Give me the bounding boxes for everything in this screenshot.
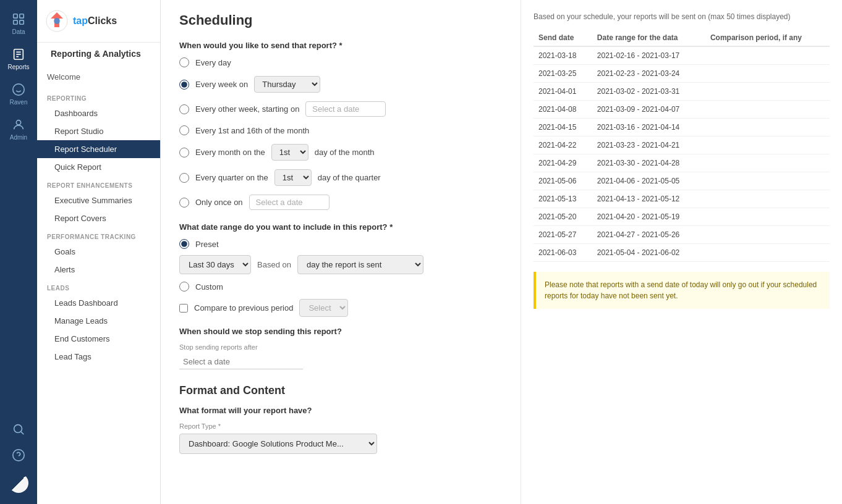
svg-rect-0 [14, 14, 17, 18]
sidebar-icon-raven[interactable]: Raven [0, 77, 37, 112]
nav-section-reporting: REPORTING [37, 89, 160, 104]
nav-item-report-scheduler[interactable]: Report Scheduler [37, 140, 160, 158]
table-row: 2021-05-13 2021-04-13 - 2021-05-12 [534, 190, 830, 208]
schedule-radio-only-once[interactable] [179, 198, 189, 208]
sidebar-icon-admin[interactable]: Admin [0, 112, 37, 147]
sidebar-icon-help[interactable] [9, 442, 28, 468]
stop-after-label: Stop sending reports after [179, 343, 502, 351]
svg-point-16 [54, 18, 60, 24]
schedule-label-every-other-week[interactable]: Every other week, starting on [195, 104, 299, 114]
schedule-label-1st-16th[interactable]: Every 1st and 16th of the month [195, 126, 309, 135]
cell-send-date: 2021-04-29 [534, 154, 592, 172]
day-of-week-select[interactable]: MondayTuesdayWednesday ThursdayFridaySat… [254, 76, 320, 93]
cell-date-range: 2021-03-30 - 2021-04-28 [592, 154, 705, 172]
nav-item-end-customers[interactable]: End Customers [37, 330, 160, 348]
stop-section: When should we stop sending this report?… [179, 327, 502, 369]
schedule-label-only-once[interactable]: Only once on [195, 198, 243, 207]
nav-item-report-studio[interactable]: Report Studio [37, 122, 160, 140]
cell-comparison [705, 172, 830, 190]
nav-item-report-covers[interactable]: Report Covers [37, 209, 160, 227]
page-title: Scheduling [179, 12, 502, 28]
date-range-custom-row: Custom [179, 282, 502, 292]
schedule-radio-every-week[interactable] [179, 80, 189, 90]
nav-item-goals[interactable]: Goals [37, 243, 160, 261]
based-on-select[interactable]: day the report is sent day before the re… [297, 255, 423, 274]
user-avatar[interactable] [9, 473, 28, 493]
schedule-radio-1st-16th[interactable] [179, 125, 189, 135]
col-date-range: Date range for the data [592, 30, 705, 46]
schedule-radio-every-month[interactable] [179, 148, 189, 158]
cell-send-date: 2021-05-06 [534, 172, 592, 190]
cell-send-date: 2021-05-27 [534, 226, 592, 244]
stop-date-input[interactable] [179, 355, 303, 369]
cell-send-date: 2021-06-03 [534, 244, 592, 262]
report-type-select[interactable]: Dashboard: Google Solutions Product Me..… [179, 434, 377, 454]
nav-item-manage-leads[interactable]: Manage Leads [37, 312, 160, 330]
icon-sidebar-bottom [9, 416, 28, 504]
cell-date-range: 2021-02-23 - 2021-03-24 [592, 65, 705, 83]
cell-comparison [705, 154, 830, 172]
compare-label[interactable]: Compare to previous period [194, 303, 293, 313]
nav-section-leads: LEADS [37, 279, 160, 294]
schedule-option-every-quarter: Every quarter on the 1st2nd3rd day of th… [179, 169, 502, 186]
cell-date-range: 2021-04-06 - 2021-05-05 [592, 172, 705, 190]
other-week-date-picker[interactable]: Select a date [305, 101, 386, 117]
content-area: Scheduling When would you like to send t… [161, 0, 842, 504]
nav-item-quick-report[interactable]: Quick Report [37, 158, 160, 176]
date-range-label-custom[interactable]: Custom [195, 282, 223, 292]
cell-send-date: 2021-03-25 [534, 65, 592, 83]
only-once-date-picker[interactable]: Select a date [249, 195, 330, 210]
compare-checkbox[interactable] [179, 304, 188, 313]
day-of-month-suffix: day of the month [315, 148, 375, 157]
schedule-radio-every-other-week[interactable] [179, 104, 189, 114]
cell-comparison [705, 208, 830, 226]
date-range-label-preset[interactable]: Preset [195, 240, 219, 249]
cell-date-range: 2021-04-20 - 2021-05-19 [592, 208, 705, 226]
col-comparison: Comparison period, if any [705, 30, 830, 46]
nav-item-leads-dashboard[interactable]: Leads Dashboard [37, 294, 160, 312]
day-of-month-select[interactable]: 1st2nd3rd [271, 144, 308, 161]
cell-comparison [705, 136, 830, 154]
schedule-label-every-day[interactable]: Every day [195, 58, 231, 67]
cell-comparison [705, 190, 830, 208]
schedule-radio-every-day[interactable] [179, 57, 189, 67]
nav-item-lead-tags[interactable]: Lead Tags [37, 348, 160, 366]
nav-welcome[interactable]: Welcome [37, 65, 160, 89]
svg-point-11 [14, 425, 22, 433]
sidebar-icon-data[interactable]: Data [0, 6, 37, 41]
warning-text: Please note that reports with a send dat… [545, 280, 817, 300]
svg-line-12 [21, 432, 23, 434]
nav-item-dashboards[interactable]: Dashboards [37, 104, 160, 122]
cell-send-date: 2021-05-20 [534, 208, 592, 226]
nav-sidebar: tapClicks Reporting & Analytics Welcome … [37, 0, 161, 504]
schedule-label-every-week[interactable]: Every week on [195, 80, 248, 89]
table-row: 2021-05-27 2021-04-27 - 2021-05-26 [534, 226, 830, 244]
svg-point-10 [16, 120, 20, 125]
cell-date-range: 2021-04-13 - 2021-05-12 [592, 190, 705, 208]
table-row: 2021-06-03 2021-05-04 - 2021-06-02 [534, 244, 830, 262]
reporting-analytics-title: Reporting & Analytics [42, 43, 160, 65]
sidebar-icon-reports[interactable]: Reports [0, 41, 37, 77]
schedule-option-1st-16th: Every 1st and 16th of the month [179, 125, 502, 135]
when-stop-label: When should we stop sending this report? [179, 327, 502, 336]
nav-item-exec-summaries[interactable]: Executive Summaries [37, 191, 160, 209]
day-of-quarter-suffix: day of the quarter [318, 173, 381, 182]
schedule-radio-every-quarter[interactable] [179, 173, 189, 183]
schedule-table: Send date Date range for the data Compar… [534, 30, 830, 262]
schedule-label-every-quarter[interactable]: Every quarter on the [195, 173, 268, 182]
cell-send-date: 2021-04-22 [534, 136, 592, 154]
cell-date-range: 2021-03-09 - 2021-04-07 [592, 101, 705, 119]
nav-item-alerts[interactable]: Alerts [37, 261, 160, 279]
date-range-radio-preset[interactable] [179, 239, 189, 249]
date-range-preset-row: Preset [179, 239, 502, 249]
schedule-label-every-month[interactable]: Every month on the [195, 148, 265, 157]
preset-range-select[interactable]: Last 7 daysLast 14 daysLast 30 days Last… [179, 255, 251, 274]
cell-send-date: 2021-05-13 [534, 190, 592, 208]
based-on-label: Based on [257, 260, 291, 269]
compare-select[interactable]: Select [299, 299, 348, 317]
cell-date-range: 2021-03-02 - 2021-03-31 [592, 83, 705, 101]
table-row: 2021-04-22 2021-03-23 - 2021-04-21 [534, 136, 830, 154]
sidebar-icon-search[interactable] [9, 416, 28, 442]
date-range-radio-custom[interactable] [179, 282, 189, 292]
day-of-quarter-select[interactable]: 1st2nd3rd [274, 169, 312, 186]
